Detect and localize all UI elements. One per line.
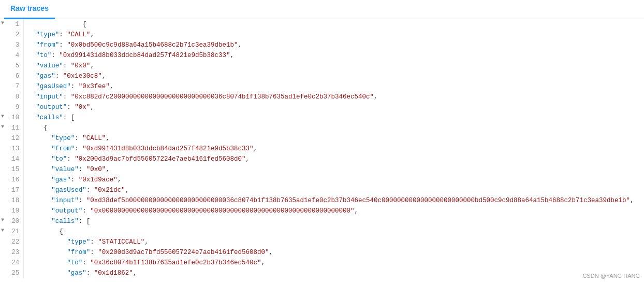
json-key: "from" xyxy=(67,249,90,256)
code-line-content: { xyxy=(24,19,644,30)
json-string: "0xc882d7c20000000000000000000000000036c… xyxy=(71,93,374,101)
line-number: 10 xyxy=(7,112,24,123)
line-number: 2 xyxy=(7,30,24,40)
table-row: 22 "type": "STATICCALL", xyxy=(0,237,644,247)
json-string: "0x200d3d9ac7bfd556057224e7aeb4161fed560… xyxy=(98,249,269,256)
line-number: 5 xyxy=(7,61,24,71)
toggle-button xyxy=(0,30,7,40)
json-string: "CALL" xyxy=(82,135,106,142)
toggle-button xyxy=(0,185,7,195)
code-line-content: "gasUsed": "0x3fee", xyxy=(24,81,644,92)
code-line-content: "from": "0x200d3d9ac7bfd556057224e7aeb41… xyxy=(24,247,644,258)
code-table: ▼1 {2 "type": "CALL",3 "from": "0x0bd500… xyxy=(0,19,644,278)
table-row: 4 "to": "0xd991431d8b033ddcb84dad257f482… xyxy=(0,50,644,61)
json-string: "STATICCALL" xyxy=(98,238,144,246)
json-key: "calls" xyxy=(36,114,63,121)
line-number: 4 xyxy=(7,50,24,61)
code-container[interactable]: ▼1 {2 "type": "CALL",3 "from": "0x0bd500… xyxy=(0,19,644,278)
json-key: "from" xyxy=(51,145,75,152)
table-row: 7 "gasUsed": "0x3fee", xyxy=(0,81,644,92)
table-row: ▼11 { xyxy=(0,123,644,133)
json-string: "0x3fee" xyxy=(79,83,110,90)
line-number: 14 xyxy=(7,154,24,164)
table-row: 16 "gas": "0x1d9ace", xyxy=(0,175,644,185)
line-number: 9 xyxy=(7,102,24,112)
line-number: 23 xyxy=(7,247,24,258)
code-line-content: "from": "0x0bd500c9c9d88a64a15b4688c2b71… xyxy=(24,40,644,50)
code-line-content: "value": "0x0", xyxy=(24,164,644,175)
table-row: 15 "value": "0x0", xyxy=(0,164,644,175)
line-number: 8 xyxy=(7,92,24,102)
code-line-content: "gas": "0x1e30c8", xyxy=(24,71,644,81)
json-key: "output" xyxy=(51,207,82,215)
code-line-content: "output": "0x000000000000000000000000000… xyxy=(24,206,644,216)
toggle-button xyxy=(0,71,7,81)
json-key: "gasUsed" xyxy=(36,83,71,90)
line-number: 15 xyxy=(7,164,24,175)
json-key: "to" xyxy=(36,52,51,59)
line-number: 25 xyxy=(7,268,24,278)
json-key: "gas" xyxy=(67,270,86,277)
table-row: 3 "from": "0x0bd500c9c9d88a64a15b4688c2b… xyxy=(0,40,644,50)
json-key: "gas" xyxy=(51,176,71,183)
line-number: 11 xyxy=(7,123,24,133)
line-number: 6 xyxy=(7,71,24,81)
json-string: "0xd991431d8b033ddcb84dad257f4821e9d5b38… xyxy=(82,145,253,152)
line-number: 18 xyxy=(7,195,24,206)
json-string: "0x" xyxy=(75,104,90,111)
json-key: "to" xyxy=(51,155,67,163)
line-number: 1 xyxy=(7,19,24,30)
json-string: "0x1e30c8" xyxy=(63,73,102,80)
line-number: 7 xyxy=(7,81,24,92)
toggle-button xyxy=(0,154,7,164)
json-string: "0x0" xyxy=(86,166,106,173)
table-row: ▼1 { xyxy=(0,19,644,30)
toggle-button xyxy=(0,195,7,206)
code-line-content: "to": "0xd991431d8b033ddcb84dad257f4821e… xyxy=(24,50,644,61)
toggle-button xyxy=(0,164,7,175)
toggle-button[interactable]: ▼ xyxy=(0,19,7,30)
code-line-content: "type": "CALL", xyxy=(24,133,644,144)
json-string: "0xd38def5b000000000000000000000000036c8… xyxy=(86,197,630,204)
code-line-content: "gas": "0x1d1862", xyxy=(24,268,644,278)
code-line-content: "type": "CALL", xyxy=(24,30,644,40)
code-line-content: "calls": [ xyxy=(24,112,644,123)
tab-raw-traces[interactable]: Raw traces xyxy=(4,0,55,19)
code-line-content: "to": "0x200d3d9ac7bfd556057224e7aeb4161… xyxy=(24,154,644,164)
toggle-button xyxy=(0,133,7,144)
json-key: "gas" xyxy=(36,73,55,80)
json-string: "0x0" xyxy=(71,62,91,69)
toggle-button[interactable]: ▼ xyxy=(0,112,7,123)
table-row: 6 "gas": "0x1e30c8", xyxy=(0,71,644,81)
toggle-button[interactable]: ▼ xyxy=(0,227,7,237)
table-row: 17 "gasUsed": "0x21dc", xyxy=(0,185,644,195)
table-row: 18 "input": "0xd38def5b00000000000000000… xyxy=(0,195,644,206)
toggle-button[interactable]: ▼ xyxy=(0,123,7,133)
code-line-content: "type": "STATICCALL", xyxy=(24,237,644,247)
json-string: "0x21dc" xyxy=(94,187,125,194)
code-line-content: "output": "0x", xyxy=(24,102,644,112)
table-row: 9 "output": "0x", xyxy=(0,102,644,112)
table-row: 13 "from": "0xd991431d8b033ddcb84dad257f… xyxy=(0,144,644,154)
line-number: 13 xyxy=(7,144,24,154)
json-key: "gasUsed" xyxy=(51,187,86,194)
toggle-button xyxy=(0,81,7,92)
json-key: "input" xyxy=(36,93,63,101)
code-line-content: "gasUsed": "0x21dc", xyxy=(24,185,644,195)
toggle-button xyxy=(0,268,7,278)
code-line-content: "input": "0xd38def5b00000000000000000000… xyxy=(24,195,644,206)
code-line-content: "to": "0x36c8074b1f138b7635ad1efe0c2b37b… xyxy=(24,258,644,268)
tab-bar: Raw traces xyxy=(0,0,644,19)
json-key: "type" xyxy=(36,31,59,38)
json-key: "value" xyxy=(51,166,79,173)
table-row: 14 "to": "0x200d3d9ac7bfd556057224e7aeb4… xyxy=(0,154,644,164)
json-key: "input" xyxy=(51,197,79,204)
table-row: 2 "type": "CALL", xyxy=(0,30,644,40)
json-string: "0x1d1862" xyxy=(94,270,133,277)
json-key: "value" xyxy=(36,62,63,69)
code-line-content: "value": "0x0", xyxy=(24,61,644,71)
json-key: "type" xyxy=(67,238,90,246)
line-number: 24 xyxy=(7,258,24,268)
line-number: 21 xyxy=(7,227,24,237)
toggle-button[interactable]: ▼ xyxy=(0,216,7,227)
